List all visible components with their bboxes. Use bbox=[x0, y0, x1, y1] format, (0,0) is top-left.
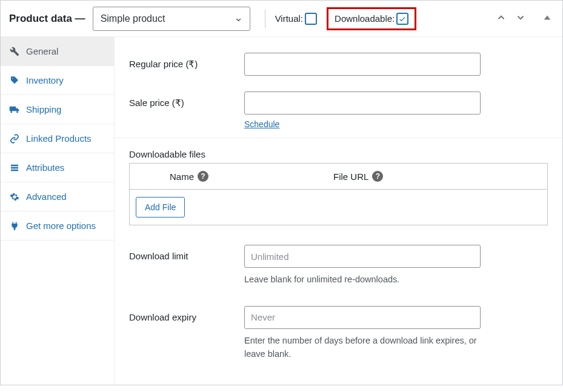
help-icon[interactable]: ? bbox=[198, 171, 208, 182]
downloadable-highlight: Downloadable: bbox=[327, 7, 416, 30]
sidebar-item-label: Linked Products bbox=[26, 133, 92, 144]
regular-price-label: Regular price (₹) bbox=[129, 53, 244, 70]
divider bbox=[115, 138, 562, 138]
plug-icon bbox=[9, 221, 20, 231]
sidebar-item-attributes[interactable]: Attributes bbox=[1, 153, 114, 182]
panel-header: Product data — Simple product Virtual: D… bbox=[1, 1, 562, 37]
sidebar-item-advanced[interactable]: Advanced bbox=[1, 182, 114, 211]
downloadable-label: Downloadable: bbox=[335, 13, 395, 24]
regular-price-input[interactable] bbox=[244, 53, 481, 76]
move-up-icon[interactable] bbox=[493, 11, 509, 26]
sidebar-item-inventory[interactable]: Inventory bbox=[1, 66, 114, 95]
download-expiry-label: Download expiry bbox=[129, 306, 244, 322]
virtual-label: Virtual: bbox=[275, 13, 303, 24]
sidebar: General Inventory Shipping Linked Produc… bbox=[1, 37, 115, 385]
collapse-icon[interactable] bbox=[541, 12, 554, 25]
notes-icon bbox=[9, 163, 20, 173]
download-limit-input[interactable] bbox=[244, 245, 481, 268]
regular-price-row: Regular price (₹) bbox=[115, 43, 562, 82]
add-file-button[interactable]: Add File bbox=[136, 197, 185, 218]
col-name-label: Name bbox=[170, 171, 194, 182]
downloadable-files-label: Downloadable files bbox=[129, 149, 548, 159]
downloadable-files-section: Downloadable files Name ? File URL ? bbox=[115, 141, 562, 231]
panel-body: General Inventory Shipping Linked Produc… bbox=[1, 37, 562, 385]
sidebar-item-label: Shipping bbox=[26, 104, 61, 115]
virtual-checkbox-group: Virtual: bbox=[275, 13, 317, 25]
panel-header-controls bbox=[493, 11, 554, 26]
divider bbox=[265, 10, 265, 28]
move-down-icon[interactable] bbox=[513, 11, 528, 26]
download-expiry-desc: Enter the number of days before a downlo… bbox=[244, 334, 487, 361]
wrench-icon bbox=[9, 47, 20, 56]
sale-price-input[interactable] bbox=[244, 91, 481, 115]
downloadable-checkbox[interactable] bbox=[396, 13, 408, 25]
download-limit-row: Download limit Leave blank for unlimited… bbox=[115, 231, 562, 293]
virtual-checkbox[interactable] bbox=[305, 13, 317, 25]
product-type-select[interactable]: Simple product bbox=[93, 7, 250, 31]
sidebar-item-label: Advanced bbox=[26, 191, 67, 202]
files-table-footer: Add File bbox=[130, 190, 547, 225]
sidebar-item-label: Get more options bbox=[26, 221, 96, 231]
sidebar-item-linked-products[interactable]: Linked Products bbox=[1, 124, 114, 153]
help-icon[interactable]: ? bbox=[372, 171, 383, 182]
download-expiry-input[interactable] bbox=[244, 306, 481, 329]
download-limit-label: Download limit bbox=[129, 245, 244, 261]
download-limit-desc: Leave blank for unlimited re-downloads. bbox=[244, 273, 487, 287]
link-icon bbox=[9, 134, 20, 144]
schedule-link[interactable]: Schedule bbox=[244, 119, 279, 129]
download-expiry-row: Download expiry Enter the number of days… bbox=[115, 293, 562, 367]
sale-price-row: Sale price (₹) Schedule bbox=[115, 82, 562, 135]
panel-title: Product data — bbox=[9, 13, 85, 25]
sidebar-item-shipping[interactable]: Shipping bbox=[1, 95, 114, 124]
sidebar-item-get-more-options[interactable]: Get more options bbox=[1, 211, 114, 241]
files-table-header: Name ? File URL ? bbox=[130, 164, 547, 190]
sidebar-item-label: Attributes bbox=[26, 162, 64, 173]
product-data-panel: Product data — Simple product Virtual: D… bbox=[0, 0, 563, 385]
sidebar-item-label: Inventory bbox=[26, 75, 64, 85]
sidebar-item-label: General bbox=[26, 46, 58, 56]
files-table: Name ? File URL ? Add File bbox=[129, 163, 548, 225]
tag-icon bbox=[9, 76, 20, 85]
sidebar-item-general[interactable]: General bbox=[1, 37, 114, 66]
truck-icon bbox=[9, 105, 20, 114]
col-url-label: File URL bbox=[333, 171, 368, 182]
content-area: Regular price (₹) Sale price (₹) Schedul… bbox=[115, 37, 562, 385]
cog-icon bbox=[9, 192, 20, 202]
sale-price-label: Sale price (₹) bbox=[129, 91, 244, 108]
